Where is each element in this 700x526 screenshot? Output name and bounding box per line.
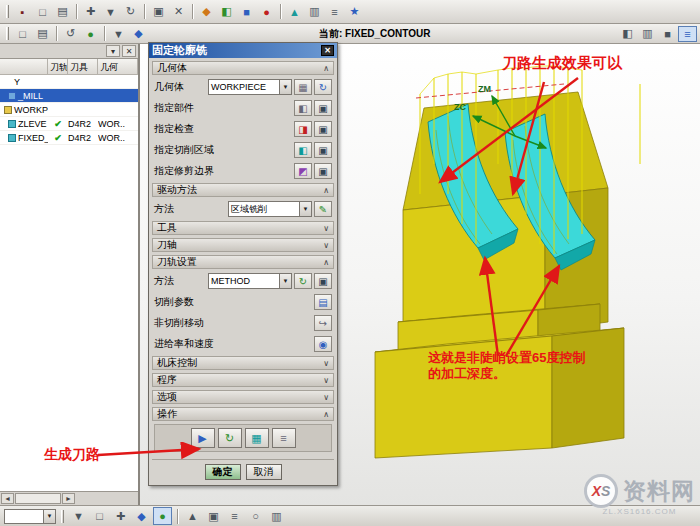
column-toolpath[interactable]: 刀轨: [48, 59, 68, 74]
bottom-icon-5[interactable]: ●: [153, 507, 172, 525]
toolbar-icon-2[interactable]: □: [33, 3, 52, 21]
select-trim-button[interactable]: ◩: [294, 163, 312, 179]
cutting-parameters-button[interactable]: ▤: [314, 294, 332, 310]
bottom-icon-8[interactable]: ≡: [225, 507, 244, 525]
list-toolpath-button[interactable]: ≡: [272, 428, 296, 448]
column-tool[interactable]: 刀具: [68, 59, 98, 74]
section-path-settings[interactable]: 刀轨设置∧: [152, 255, 334, 269]
display-cut-area-button[interactable]: ▣: [314, 142, 332, 158]
section-options[interactable]: 选项∨: [152, 390, 334, 404]
display-trim-button[interactable]: ▣: [314, 163, 332, 179]
toolbar-icon-3[interactable]: ▤: [53, 3, 72, 21]
annotation-generate-toolpath: 生成刀路: [44, 446, 100, 464]
bottom-icon-2[interactable]: □: [90, 507, 109, 525]
toolbar-icon-1[interactable]: ▪: [13, 3, 32, 21]
toolbar-icon-14[interactable]: ▥: [305, 3, 324, 21]
display-check-button[interactable]: ▣: [314, 121, 332, 137]
scroll-right-icon[interactable]: ►: [62, 493, 75, 504]
edit-method-button[interactable]: ▣: [314, 273, 332, 289]
section-tool-axis[interactable]: 刀轴∨: [152, 238, 334, 252]
column-geometry[interactable]: 几何: [98, 59, 138, 74]
toolbar2-right-icon-2[interactable]: ▥: [638, 26, 657, 42]
new-geometry-button[interactable]: ▦: [294, 79, 312, 95]
scroll-left-icon[interactable]: ◄: [1, 493, 14, 504]
edit-drive-method-button[interactable]: ✎: [314, 201, 332, 217]
navigator-row-workpiece[interactable]: WORKPIECE: [0, 103, 138, 117]
toolbar2-right-icon-4[interactable]: ≡: [678, 26, 697, 42]
toolbar-icon-6[interactable]: ↻: [121, 3, 140, 21]
bottom-icon-6[interactable]: ▲: [183, 507, 202, 525]
bottom-icon-1[interactable]: ▼: [69, 507, 88, 525]
ok-button[interactable]: 确定: [205, 464, 241, 480]
specify-trim-row: 指定修剪边界 ◩ ▣: [152, 162, 334, 180]
feeds-speeds-button[interactable]: ◉: [314, 336, 332, 352]
bottom-icon-4[interactable]: ◆: [132, 507, 151, 525]
toolbar2-icon-1[interactable]: □: [13, 26, 32, 42]
navigator-row-mcs-mill[interactable]: _MILL: [0, 89, 138, 103]
navigator-header: ▾ ✕: [0, 44, 138, 59]
toolbar2-icon-5[interactable]: ▼: [109, 26, 128, 42]
tool-icon: ○: [252, 510, 259, 522]
dialog-close-icon[interactable]: ✕: [321, 45, 334, 56]
column-name[interactable]: [0, 59, 48, 74]
navigator-collapse-button[interactable]: ▾: [106, 45, 120, 57]
toolbar-icon-7[interactable]: ▣: [149, 3, 168, 21]
bottom-icon-10[interactable]: ▥: [267, 507, 286, 525]
toolbar2-icon-6[interactable]: ◆: [129, 26, 148, 42]
bottom-selection-combo[interactable]: ▼: [4, 509, 56, 524]
section-program[interactable]: 程序∨: [152, 373, 334, 387]
bottom-icon-9[interactable]: ○: [246, 507, 265, 525]
toolbar-icon-10[interactable]: ◧: [217, 3, 236, 21]
new-method-button[interactable]: ↻: [294, 273, 312, 289]
select-part-button[interactable]: ◧: [294, 100, 312, 116]
toolbar-icon-9[interactable]: ◆: [197, 3, 216, 21]
toolbar-icon-13[interactable]: ▲: [285, 3, 304, 21]
toolbar-grip[interactable]: [61, 510, 64, 523]
toolbar-grip[interactable]: [6, 5, 9, 18]
bottom-icon-7[interactable]: ▣: [204, 507, 223, 525]
toolbar-icon-5[interactable]: ▼: [101, 3, 120, 21]
toolbar-icon-11[interactable]: ■: [237, 3, 256, 21]
toolbar2-icon-2[interactable]: ▤: [33, 26, 52, 42]
navigator-row-geometry[interactable]: Y: [0, 75, 138, 89]
toolbar-grip[interactable]: [6, 27, 9, 40]
toolbar2-right-icon-3[interactable]: ■: [658, 26, 677, 42]
select-cut-area-button[interactable]: ◧: [294, 142, 312, 158]
method-select[interactable]: METHOD ▼: [208, 273, 292, 289]
toolbar-icon-12[interactable]: ●: [257, 3, 276, 21]
section-tool[interactable]: 工具∨: [152, 221, 334, 235]
tool-icon: ▣: [208, 510, 218, 523]
watermark-logo: XS: [584, 474, 618, 508]
toolbar-separator: [144, 4, 145, 19]
toolbar-icon-16[interactable]: ★: [345, 3, 364, 21]
section-drive-method[interactable]: 驱动方法∧: [152, 183, 334, 197]
display-part-button[interactable]: ▣: [314, 100, 332, 116]
dialog-titlebar[interactable]: 固定轮廓铣 ✕: [149, 43, 337, 58]
geometry-select[interactable]: WORKPIECE ▼: [208, 79, 292, 95]
navigator-row-zlevel[interactable]: ZLEVE ✔ D4R2 WOR..: [0, 117, 138, 131]
chevron-up-icon: ∧: [323, 64, 329, 73]
verify-toolpath-button[interactable]: ▦: [245, 428, 269, 448]
bottom-icon-3[interactable]: ✚: [111, 507, 130, 525]
section-machine-control[interactable]: 机床控制∨: [152, 356, 334, 370]
cancel-button[interactable]: 取消: [246, 464, 282, 480]
toolbar-icon-15[interactable]: ≡: [325, 3, 344, 21]
section-geometry[interactable]: 几何体∧: [152, 61, 334, 75]
section-actions[interactable]: 操作∧: [152, 407, 334, 421]
navigator-row-fixed-contour[interactable]: FIXED_ ✔ D4R2 WOR..: [0, 131, 138, 145]
toolbar2-icon-3[interactable]: ↺: [61, 26, 80, 42]
edit-geometry-button[interactable]: ↻: [314, 79, 332, 95]
non-cutting-moves-button[interactable]: ↪: [314, 315, 332, 331]
toolbar2-icon-4[interactable]: ●: [81, 26, 100, 42]
select-check-button[interactable]: ◨: [294, 121, 312, 137]
scroll-thumb[interactable]: [15, 493, 61, 504]
replay-toolpath-button[interactable]: ↻: [218, 428, 242, 448]
drive-method-select[interactable]: 区域铣削 ▼: [228, 201, 312, 217]
toolbar-icon-8[interactable]: ✕: [169, 3, 188, 21]
tool-icon: ▲: [289, 6, 300, 18]
navigator-hscrollbar[interactable]: ◄ ►: [0, 491, 138, 505]
navigator-close-button[interactable]: ✕: [122, 45, 136, 57]
toolbar-separator: [76, 4, 77, 19]
toolbar-icon-4[interactable]: ✚: [81, 3, 100, 21]
toolbar2-right-icon-1[interactable]: ◧: [618, 26, 637, 42]
